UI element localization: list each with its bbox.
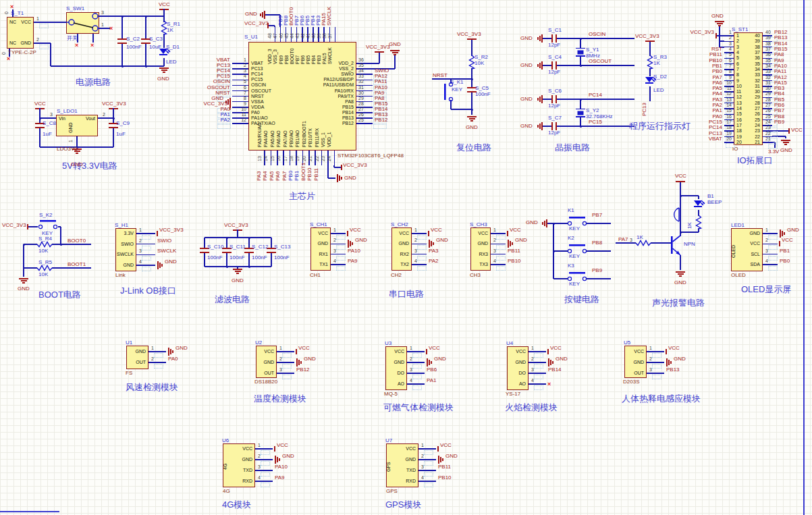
ground-label[interactable]: GND — [434, 356, 446, 362]
ref-S_C3[interactable]: S_C3 — [149, 36, 163, 42]
ref-K2[interactable]: K2 — [568, 236, 574, 241]
net-label-PB9[interactable]: PB9 — [592, 268, 602, 273]
wire[interactable] — [99, 28, 110, 29]
ground-label[interactable]: GND — [71, 162, 83, 167]
net-label-PA11[interactable]: PA11 — [774, 69, 786, 74]
resistor-symbol[interactable] — [647, 55, 653, 69]
ref-U4[interactable]: U4 — [506, 341, 513, 346]
crystal-symbol[interactable] — [577, 111, 584, 115]
val-label[interactable]: 100nF — [475, 92, 491, 97]
wire[interactable] — [255, 481, 273, 482]
pname-label[interactable]: Vin — [59, 116, 65, 121]
net-label-BOOT0[interactable]: BOOT0 — [67, 238, 86, 244]
resistor-symbol[interactable] — [695, 215, 702, 229]
ref-S_C13[interactable]: S_C13 — [274, 244, 290, 250]
power-label-VCC_3V3[interactable]: VCC_3V3 — [224, 223, 248, 228]
wire[interactable] — [763, 142, 772, 143]
wire[interactable] — [649, 40, 651, 56]
net-label-PB7[interactable]: PB7 — [592, 213, 602, 218]
ref-S_R1[interactable]: S_R1 — [167, 22, 180, 27]
part-name-CH2[interactable]: CH2 — [391, 273, 402, 278]
wire[interactable] — [99, 16, 164, 17]
wire[interactable] — [580, 38, 581, 48]
net-label-PB8[interactable]: PB8 — [592, 240, 602, 246]
part-name-Link[interactable]: Link — [115, 273, 126, 278]
net-label-PA5[interactable]: PA5 — [269, 171, 275, 181]
ref-S_C6[interactable]: S_C6 — [548, 88, 562, 94]
ground-label[interactable]: GND — [157, 76, 169, 82]
ground-label[interactable]: GND — [787, 227, 799, 233]
net-label-PC13[interactable]: PC13 — [642, 103, 647, 116]
block-title-key-circuit[interactable]: 按键电路 — [564, 295, 599, 304]
block-title-module-4g[interactable]: 4G模块 — [222, 500, 251, 509]
wire[interactable] — [763, 233, 778, 234]
power-stem[interactable] — [113, 108, 114, 118]
wire[interactable] — [412, 244, 427, 245]
wire[interactable] — [451, 109, 472, 110]
resistor-symbol[interactable] — [37, 265, 52, 271]
val-label[interactable]: 32.768KHz — [586, 114, 613, 119]
block-title-sound-light-alarm[interactable]: 声光报警电路 — [652, 298, 705, 307]
ref-S_C8[interactable]: S_C8 — [43, 121, 56, 126]
val-label[interactable]: KEY — [569, 254, 580, 259]
block-title-run-indicator[interactable]: 程序运行指示灯 — [629, 121, 691, 130]
resistor-symbol[interactable] — [37, 241, 52, 248]
net-label-PB11[interactable]: PB11 — [508, 248, 520, 254]
pin-label[interactable]: 3 — [50, 112, 53, 117]
block-title-temperature-module[interactable]: 温度检测模块 — [254, 394, 306, 403]
wire[interactable] — [557, 99, 634, 100]
ground-label[interactable]: GND — [165, 259, 177, 265]
net-label-PC14[interactable]: PC14 — [709, 125, 722, 130]
net-label-PB6[interactable]: PB6 — [427, 367, 437, 373]
net-label-PB0[interactable]: PB0 — [288, 171, 294, 181]
net-label-PA7[interactable]: PA7 — [282, 171, 288, 181]
wire[interactable] — [491, 244, 506, 245]
part-name-FS[interactable]: FS — [126, 371, 132, 376]
ref-S_C10[interactable]: S_C10 — [207, 244, 223, 250]
wire[interactable] — [34, 22, 49, 23]
wire[interactable] — [471, 38, 472, 56]
ref-S_R5[interactable]: S_R5 — [38, 260, 52, 265]
wire[interactable] — [418, 470, 436, 471]
wire[interactable] — [580, 117, 581, 126]
wire[interactable] — [418, 481, 436, 482]
ground-label[interactable]: GND — [780, 148, 792, 153]
block-title-wind-speed-module[interactable]: 风速检测模块 — [126, 383, 178, 391]
ground-label[interactable]: GND — [355, 238, 367, 243]
wire[interactable] — [50, 43, 51, 66]
wire[interactable] — [542, 65, 551, 66]
net-label-PC14[interactable]: PC14 — [589, 92, 602, 98]
ground-label[interactable]: GND — [344, 175, 356, 181]
wire[interactable] — [542, 38, 551, 39]
key-button-symbol[interactable] — [568, 272, 587, 281]
wire[interactable] — [529, 351, 546, 352]
ground-label[interactable]: GND — [445, 454, 458, 459]
val-label[interactable]: KEY — [452, 87, 462, 92]
wire[interactable] — [49, 22, 66, 23]
net-label-PA0[interactable]: PA0 — [168, 356, 178, 362]
power-label-VCC[interactable]: VCC — [782, 238, 793, 243]
ref-S_D1[interactable]: S_D1 — [166, 45, 180, 50]
ref-K1[interactable]: K1 — [568, 208, 574, 213]
block-title-filter-circuit[interactable]: 滤波电路 — [215, 295, 250, 304]
wire[interactable] — [647, 373, 664, 374]
ref-S_CH3[interactable]: S_CH3 — [470, 222, 487, 227]
ground-label[interactable]: GND — [232, 278, 244, 283]
pin-label[interactable]: 1 — [101, 22, 104, 27]
wire[interactable] — [557, 65, 634, 66]
wire[interactable] — [277, 373, 294, 374]
net-label-PA1[interactable]: PA1 — [427, 378, 437, 383]
wire[interactable] — [763, 254, 778, 255]
val-label[interactable]: LED — [166, 59, 177, 65]
ground-label[interactable]: GND — [520, 124, 533, 129]
net-label-PA4[interactable]: PA4 — [263, 171, 268, 181]
pname-label[interactable]: GND — [68, 122, 73, 133]
ref-S_C7[interactable]: S_C7 — [548, 115, 562, 121]
wire[interactable] — [136, 244, 155, 245]
block-title-gas-detect-module[interactable]: 可燃气体检测模块 — [383, 403, 454, 412]
wire[interactable] — [121, 44, 123, 66]
wire[interactable] — [717, 35, 724, 36]
power-label-VCC_3V3[interactable]: VCC_3V3 — [457, 32, 481, 37]
wire[interactable] — [580, 56, 581, 65]
val-label[interactable]: 12pF — [548, 43, 560, 48]
